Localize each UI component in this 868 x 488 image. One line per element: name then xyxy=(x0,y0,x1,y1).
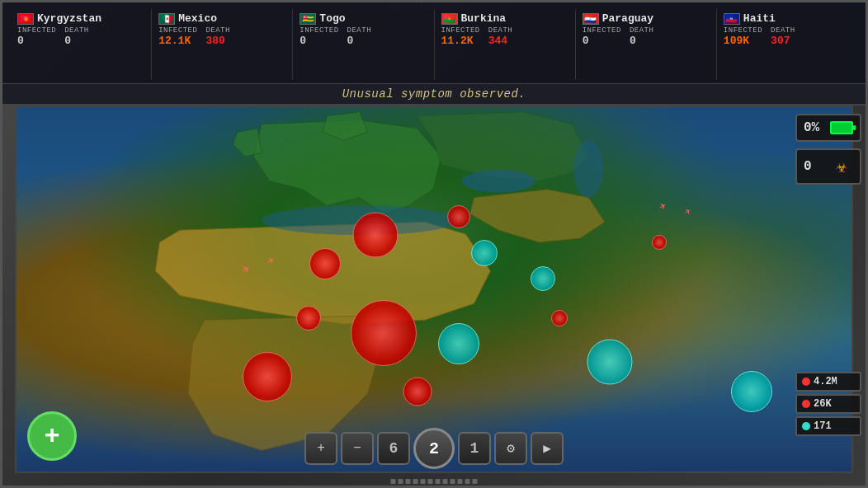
speed-6-button[interactable]: 6 xyxy=(377,432,410,465)
progress-value: 0% xyxy=(804,120,819,135)
country-stats: 🇰🇬 Kyrgyzstan Infected 0 Death 0 xyxy=(2,2,866,83)
dot-red-small xyxy=(802,400,810,408)
battery-icon xyxy=(830,121,853,134)
map-area[interactable]: ✈ ✈ ✈ ✈ xyxy=(15,106,853,473)
map-svg xyxy=(17,107,851,472)
dot-red-large xyxy=(802,378,810,386)
notification-bar: Unusual symptom observed. xyxy=(2,83,866,104)
speed-2-button[interactable]: 2 xyxy=(413,428,455,469)
country-card-paraguay: 🇵🇾 Paraguay Infected 0 Death 0 xyxy=(576,9,717,80)
biohazard-icon: ☣ xyxy=(830,155,853,178)
country-card-togo: 🇹🇬 Togo Infected 0 Death 0 xyxy=(293,9,434,80)
score-widget: 0 ☣ xyxy=(795,148,861,185)
svg-point-1 xyxy=(462,170,535,193)
frame: 🇰🇬 Kyrgyzstan Infected 0 Death 0 xyxy=(0,0,868,488)
country-name-paraguay: 🇵🇾 Paraguay xyxy=(583,12,710,25)
flag-mexico: 🇲🇽 xyxy=(158,13,175,25)
top-panel: 🇰🇬 Kyrgyzstan Infected 0 Death 0 xyxy=(2,2,866,106)
country-card-kyrgyzstan: 🇰🇬 Kyrgyzstan Infected 0 Death 0 xyxy=(11,9,152,80)
disease-red-4 xyxy=(351,300,417,366)
plus-button[interactable]: + xyxy=(27,411,77,461)
bottom-toolbar: + − 6 2 1 ⚙ ▶ xyxy=(304,428,564,469)
disease-red-9 xyxy=(652,235,667,250)
forward-button[interactable]: ▶ xyxy=(531,432,564,465)
country-name-kyrgyzstan: 🇰🇬 Kyrgyzstan xyxy=(17,12,144,25)
disease-red-1 xyxy=(353,212,399,257)
disease-teal-1 xyxy=(438,323,479,364)
country-name-haiti: 🇭🇹 Haiti xyxy=(724,12,851,25)
flag-togo: 🇹🇬 xyxy=(300,13,316,25)
svg-point-2 xyxy=(573,140,603,197)
right-panel: 0% 0 ☣ xyxy=(791,110,866,189)
app: 🇰🇬 Kyrgyzstan Infected 0 Death 0 xyxy=(0,0,868,488)
flag-burkina: 🇧🇫 xyxy=(441,13,458,25)
flag-kyrgyzstan: 🇰🇬 xyxy=(17,13,34,25)
disease-teal-3 xyxy=(531,266,555,291)
disease-teal-2 xyxy=(471,240,498,266)
stat-chip-red-large: 4.2M xyxy=(795,372,861,392)
disease-red-5 xyxy=(243,352,292,401)
bottom-right-stats: 4.2M 26K 171 xyxy=(791,368,866,440)
country-card-haiti: 🇭🇹 Haiti Infected 109K Death 307 xyxy=(717,9,857,80)
country-name-mexico: 🇲🇽 Mexico xyxy=(158,12,285,25)
disease-red-8 xyxy=(551,310,568,326)
stat-chip-teal: 171 xyxy=(795,416,861,436)
disease-red-7 xyxy=(403,377,432,406)
disease-teal-4 xyxy=(587,340,632,385)
stat-value-teal: 171 xyxy=(814,420,832,432)
flag-paraguay: 🇵🇾 xyxy=(583,13,599,25)
zoom-out-button[interactable]: − xyxy=(341,432,374,465)
stat-value-red-large: 4.2M xyxy=(814,376,837,387)
country-name-togo: 🇹🇬 Togo xyxy=(300,12,427,25)
settings-button[interactable]: ⚙ xyxy=(494,432,527,465)
flag-haiti: 🇭🇹 xyxy=(724,13,740,25)
country-card-burkina: 🇧🇫 Burkina Infected 11.2K Death 344 xyxy=(435,9,576,80)
disease-red-3 xyxy=(447,205,470,228)
zoom-in-button[interactable]: + xyxy=(304,432,337,465)
stat-chip-red-small: 26K xyxy=(795,394,861,414)
country-card-mexico: 🇲🇽 Mexico Infected 12.1K Death 380 xyxy=(152,9,293,80)
progress-widget: 0% xyxy=(795,114,861,142)
disease-teal-5 xyxy=(731,371,772,412)
score-value: 0 xyxy=(804,159,812,174)
speed-1-button[interactable]: 1 xyxy=(458,432,491,465)
country-name-burkina: 🇧🇫 Burkina xyxy=(441,12,568,25)
disease-red-2 xyxy=(309,248,341,279)
frame-decoration-bottom xyxy=(391,479,478,484)
stat-value-red-small: 26K xyxy=(814,398,832,410)
map-background: ✈ ✈ ✈ ✈ xyxy=(17,107,851,472)
disease-red-6 xyxy=(296,306,321,331)
dot-teal xyxy=(802,422,810,430)
